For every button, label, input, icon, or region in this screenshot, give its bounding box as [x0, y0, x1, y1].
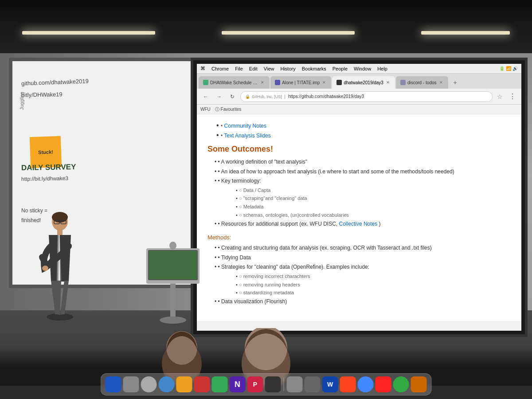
tab-close-4[interactable]: ✕	[438, 80, 444, 85]
dock-icon-6[interactable]	[194, 376, 210, 392]
svg-point-11	[160, 317, 186, 324]
method-2: • Tidying Data	[215, 253, 511, 263]
tab-close-2[interactable]: ✕	[321, 80, 327, 85]
dock-icon-3[interactable]	[141, 376, 157, 392]
dock-finder[interactable]	[106, 376, 121, 392]
tab-alone[interactable]: Alone | TITATE.imp ✕	[270, 76, 331, 89]
url-prefix: GitHub, Inc. [US]	[252, 94, 282, 99]
menu-right-icons: 🔋 📶 🔊	[499, 66, 518, 71]
dock-icon-5[interactable]	[176, 376, 192, 392]
cleaning-sub-list: ○ removing incorrect charachters ○ remov…	[215, 272, 511, 297]
whiteboard-line-1: github.com/dhatwake2019	[21, 78, 89, 86]
dock-icon-16[interactable]	[393, 376, 409, 392]
outcomes-heading: Some Outcomes!	[207, 145, 511, 154]
menu-file: File	[235, 66, 243, 71]
outcome-3: • Key terminology:	[215, 176, 511, 186]
svg-point-7	[42, 266, 48, 271]
dock-finder-2[interactable]	[287, 376, 303, 392]
chrome-tabbar: DHAtWake Schedule May 2019... ✕ Alone | …	[197, 74, 521, 89]
whiteboard-line-2: bitly/DHWake19	[21, 91, 63, 98]
dock-icon-13[interactable]	[340, 376, 356, 392]
sub-running-headers: ○ removing running headers	[227, 281, 511, 289]
methods-list: • Creating and structuring data for anal…	[207, 243, 511, 306]
dock-divider	[284, 378, 284, 391]
tab-favicon-4	[400, 80, 406, 85]
sub-scraping: ○ "scraping"and "cleaning" data	[227, 194, 511, 203]
back-button[interactable]: ←	[200, 91, 211, 102]
method-4: • Data visualization (Flourish)	[215, 297, 511, 307]
tab-schedule[interactable]: DHAtWake Schedule May 2019... ✕	[199, 76, 270, 89]
community-notes-link[interactable]: Community Notes	[224, 123, 266, 129]
dock-icon-11[interactable]	[305, 376, 321, 392]
dock-icon-15[interactable]	[376, 376, 391, 392]
tab-favicon-3	[336, 80, 342, 85]
dock-powerpoint[interactable]: P	[247, 376, 263, 392]
tab-label-3: dhatwake2019/day3	[344, 80, 383, 85]
bookmarks-bar: WFU ⓛ Favourites	[197, 105, 521, 114]
menu-edit: Edit	[249, 66, 258, 71]
svg-rect-6	[57, 230, 63, 235]
bookmark-wfu[interactable]: WFU	[200, 107, 211, 112]
ceiling-light-3	[421, 31, 510, 35]
sub-metadata: ○ Metadata	[227, 203, 511, 211]
tab-github[interactable]: dhatwake2019/day3 ✕	[332, 76, 395, 89]
dock-icon-17[interactable]	[411, 376, 427, 392]
laptop-on-stand	[137, 239, 208, 328]
bookmark-favourites[interactable]: ⓛ Favourites	[215, 106, 241, 113]
dock-icon-14[interactable]	[358, 376, 374, 392]
svg-point-16	[169, 242, 176, 250]
outcomes-list: • A working definition of "text analysis…	[207, 157, 511, 229]
tab-close-1[interactable]: ✕	[260, 80, 265, 85]
apple-menu: ⌘	[200, 66, 205, 71]
method-3: • Strategies for "cleaning" data (OpenRe…	[215, 262, 511, 272]
refresh-button[interactable]: ↻	[227, 91, 238, 102]
tab-label-2: Alone | TITATE.imp	[282, 80, 320, 85]
dock-onenote[interactable]: N	[230, 376, 246, 392]
address-bar[interactable]: 🔒 GitHub, Inc. [US] | https://github.com…	[240, 91, 493, 102]
menu-help: Help	[377, 66, 387, 71]
tab-label-4: discord - todos	[407, 80, 437, 85]
whiteboard-daily-survey: DAILY SURVEY	[21, 163, 76, 172]
svg-point-9	[58, 314, 68, 320]
presenter-person	[35, 211, 89, 326]
dock-icon-7[interactable]	[212, 376, 228, 392]
tab-close-3[interactable]: ✕	[385, 80, 391, 85]
chrome-window: DHAtWake Schedule May 2019... ✕ Alone | …	[197, 74, 521, 331]
method-1: • Creating and structuring data for anal…	[215, 243, 511, 253]
menu-people: People	[332, 66, 348, 71]
mac-menubar: ⌘ Chrome File Edit View History Bookmark…	[197, 64, 521, 74]
dock-launchpad[interactable]	[123, 376, 139, 392]
tab-favicon-1	[203, 80, 208, 85]
ceiling-light-1	[22, 31, 155, 35]
sub-schemas: ○ schemas, ontologies, (un)controlled vo…	[227, 211, 511, 219]
tab-favicon-2	[275, 80, 280, 85]
collective-notes-link[interactable]: Collective Notes	[339, 221, 378, 227]
outcome-resources: • Resources for additional support (ex. …	[215, 219, 511, 229]
tab-discord[interactable]: discord - todos ✕	[396, 76, 448, 89]
menu-history: History	[280, 66, 295, 71]
whiteboard-side-text: Juggling	[19, 92, 24, 110]
sub-standardizing: ○ standardizing metadata	[227, 289, 511, 297]
ceiling	[0, 0, 532, 53]
sub-data-capta: ○ Data / Capta	[227, 186, 511, 195]
new-tab-button[interactable]: +	[449, 76, 462, 89]
dock-icon-9[interactable]	[265, 376, 281, 392]
bookmark-star[interactable]: ☆	[495, 93, 505, 100]
whiteboard-url: http://bit.ly/dhwake3	[21, 175, 68, 182]
dock-word[interactable]: W	[322, 376, 338, 392]
outcome-1: • A working definition of "text analysis…	[215, 157, 511, 167]
ceiling-light-2	[222, 31, 355, 35]
text-analysis-slides-link[interactable]: Text Analysis Slides	[224, 133, 270, 139]
forward-button[interactable]: →	[214, 91, 224, 102]
terminology-sub-list: ○ Data / Capta ○ "scraping"and "cleaning…	[215, 186, 511, 219]
menu-view: View	[264, 66, 274, 71]
menu-chrome: Chrome	[211, 66, 229, 71]
top-links-list: • Community Notes • Text Analysis Slides	[207, 121, 511, 139]
chrome-menu-button[interactable]: ⋮	[507, 92, 518, 101]
community-notes-item: • Community Notes	[216, 121, 511, 129]
mac-dock: N P W	[101, 373, 432, 395]
outcome-2: • An idea of how to approach text analys…	[215, 167, 511, 177]
menu-window: Window	[354, 66, 371, 71]
projector-screen: ⌘ Chrome File Edit View History Bookmark…	[191, 58, 528, 337]
dock-icon-4[interactable]	[159, 376, 175, 392]
